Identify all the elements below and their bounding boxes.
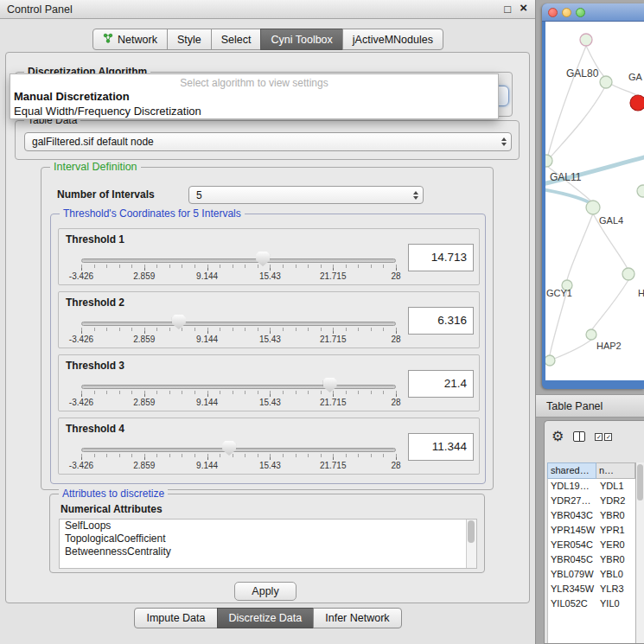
table-cell: YER054C — [548, 538, 597, 552]
node-label: HAP2 — [596, 341, 622, 351]
network-node[interactable] — [637, 185, 644, 197]
slider-scale-label: 21.715 — [320, 398, 347, 407]
network-node[interactable] — [545, 355, 555, 366]
threshold-label: Threshold 4 — [66, 423, 124, 435]
slider-ticks — [81, 265, 398, 268]
table-row[interactable]: YBR043CYBR0 — [548, 508, 635, 523]
tab-impute-data[interactable]: Impute Data — [134, 608, 217, 628]
table-row[interactable]: YER054CYER0 — [548, 538, 635, 552]
close-traffic-light[interactable] — [548, 8, 558, 17]
threshold-1-panel: Threshold 1 -3.4262.8599.14415.4321.7152… — [58, 228, 480, 285]
columns-icon[interactable] — [573, 431, 585, 442]
node-label: GCY1 — [546, 288, 572, 298]
tab-cyni-toolbox[interactable]: Cyni Toolbox — [260, 29, 342, 50]
threshold-value-field[interactable]: 14.713 — [408, 244, 474, 271]
table-panel-title: Table Panel — [546, 400, 603, 412]
window-title: Control Panel — [7, 3, 73, 16]
thresholds-group: Threshold's Coordinates for 5 Intervals … — [50, 214, 486, 484]
column-header-name[interactable]: n… — [596, 462, 635, 479]
minimize-icon[interactable]: □ — [504, 3, 511, 16]
slider-track[interactable] — [81, 385, 396, 389]
threshold-value-field[interactable]: 11.344 — [408, 433, 474, 461]
node-label: GAL80 — [566, 67, 599, 80]
table-row[interactable]: YIL052CYIL0 — [548, 596, 635, 611]
algorithm-dropdown-popup: Select algorithm to view settings Manual… — [10, 73, 499, 119]
select-columns-icon[interactable]: ✓ ✓ — [595, 433, 612, 441]
dropdown-placeholder: Select algorithm to view settings — [10, 77, 498, 89]
tab-discretize-data[interactable]: Discretize Data — [217, 608, 315, 628]
interval-definition-label: Interval Definition — [50, 161, 141, 173]
table-row[interactable]: YBL079WYBL0 — [548, 567, 635, 582]
network-node[interactable] — [622, 268, 634, 280]
node-label: GA — [628, 72, 643, 82]
tab-select[interactable]: Select — [211, 29, 262, 50]
slider-scale-label: 28 — [391, 271, 400, 281]
checkbox-icon: ✓ — [604, 433, 612, 441]
table-cell: YIL0 — [597, 596, 635, 611]
threshold-label: Threshold 3 — [66, 360, 124, 372]
attribute-item[interactable]: BetweennessCentrality — [60, 545, 476, 558]
network-view-window: GAL80GAGAL11GAL4GCY1HHAP2 — [542, 3, 644, 389]
network-canvas[interactable]: GAL80GAGAL11GAL4GCY1HHAP2 — [545, 22, 644, 380]
cyni-toolbox-panel: Discretization Algorithm Select algorith… — [5, 52, 530, 603]
scrollbar-thumb[interactable] — [468, 520, 475, 543]
slider-scale-labels: -3.4262.8599.14415.4321.71528 — [81, 335, 396, 345]
checkbox-icon: ✓ — [595, 433, 603, 441]
tab-jactivemnodules[interactable]: jActiveMNodules — [342, 29, 443, 50]
apply-button[interactable]: Apply — [234, 582, 296, 601]
list-scrollbar[interactable] — [466, 520, 476, 568]
tab-label: jActiveMNodules — [353, 34, 433, 46]
table-cell: YPR145W — [548, 523, 597, 538]
table-cell: YBR043C — [548, 508, 597, 523]
table-cell: YBR045C — [548, 552, 597, 567]
slider-scale-label: -3.426 — [69, 461, 93, 470]
slider-track[interactable] — [81, 258, 396, 263]
gear-icon[interactable]: ⚙ — [552, 428, 564, 445]
network-node-selected-red[interactable] — [630, 95, 644, 111]
close-icon[interactable]: × — [520, 1, 527, 15]
table-row[interactable]: YBR045CYBR0 — [548, 552, 635, 567]
table-cell: YBL0 — [597, 567, 635, 582]
threshold-4-panel: Threshold 4 -3.4262.8599.14415.4321.7152… — [58, 418, 480, 475]
table-cell: YLR3 — [597, 582, 635, 596]
slider-scale-labels: -3.4262.8599.14415.4321.71528 — [81, 398, 396, 408]
network-node[interactable] — [600, 76, 612, 88]
table-row[interactable]: YDR27…YDR2 — [548, 494, 635, 508]
numerical-attributes-list[interactable]: SelfLoopsTopologicalCoefficientBetweenne… — [59, 519, 477, 569]
slider-track[interactable] — [81, 322, 396, 326]
slider-scale-label: 21.715 — [320, 335, 347, 344]
node-label: GAL11 — [550, 171, 582, 183]
attribute-item[interactable]: SelfLoops — [60, 520, 476, 532]
table-scrollbar[interactable] — [635, 462, 644, 643]
tab-style[interactable]: Style — [167, 29, 212, 50]
slider-scale-label: 28 — [391, 461, 400, 470]
table-data-group: Table Data galFiltered.sif default node — [15, 120, 520, 160]
node-label: H — [638, 288, 644, 298]
table-row[interactable]: YDL19…YDL1 — [548, 479, 635, 494]
scrollbar-thumb[interactable] — [637, 464, 643, 501]
table-data-combobox[interactable]: galFiltered.sif default node — [24, 132, 512, 151]
table-cell: YDR27… — [548, 494, 597, 508]
slider-scale-label: 28 — [391, 398, 400, 407]
network-node[interactable] — [545, 155, 552, 167]
threshold-value-field[interactable]: 21.4 — [408, 370, 474, 398]
network-svg: GAL80GAGAL11GAL4GCY1HHAP2 — [545, 22, 644, 380]
table-row[interactable]: YPR145WYPR1 — [548, 523, 635, 538]
network-node[interactable] — [586, 201, 600, 214]
network-node[interactable] — [586, 329, 596, 340]
threshold-value-field[interactable]: 6.316 — [408, 307, 474, 335]
tab-label: Cyni Toolbox — [271, 34, 332, 46]
table-row[interactable]: YLR345WYLR3 — [548, 582, 635, 596]
number-of-intervals-combobox[interactable]: 5 — [188, 186, 424, 204]
zoom-traffic-light[interactable] — [576, 8, 585, 17]
tab-infer-network[interactable]: Infer Network — [313, 608, 401, 628]
minimize-traffic-light[interactable] — [562, 8, 571, 17]
attribute-item[interactable]: TopologicalCoefficient — [60, 532, 476, 545]
tab-network[interactable]: Network — [92, 29, 168, 50]
dropdown-option-manual-discretization[interactable]: Manual Discretization — [14, 90, 130, 103]
network-node[interactable] — [580, 34, 592, 46]
slider-track[interactable] — [81, 448, 396, 452]
column-header-shared-name[interactable]: shared… — [547, 462, 596, 479]
thresholds-group-label: Threshold's Coordinates for 5 Intervals — [60, 207, 245, 220]
dropdown-option-equal-width-frequency[interactable]: Equal Width/Frequency Discretization — [14, 105, 201, 118]
